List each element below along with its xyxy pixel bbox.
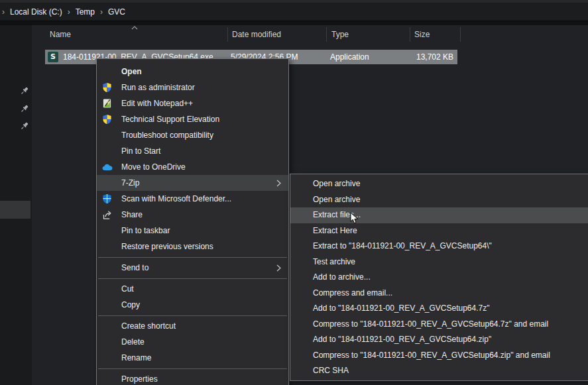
menu-item-cut[interactable]: Cut	[97, 281, 288, 297]
sort-ascending-icon	[131, 26, 138, 30]
7zip-submenu: Open archive Open archive Extract files.…	[290, 174, 588, 381]
menu-separator	[98, 368, 287, 369]
column-headers: Name Date modified Type Size	[32, 25, 588, 44]
column-header-size[interactable]: Size	[414, 30, 430, 39]
file-explorer-window: › Local Disk (C:) › Temp › GVC Name Date…	[0, 0, 588, 385]
uac-shield-icon	[102, 82, 121, 93]
menu-item-scan-with-microsoft-defender[interactable]: Scan with Microsoft Defender...	[97, 191, 288, 207]
breadcrumb-drive[interactable]: Local Disk (C:)	[10, 7, 62, 17]
menu-item-edit-with-notepad-plus-plus[interactable]: Edit with Notepad++	[97, 95, 288, 111]
menu-item-7-zip[interactable]: 7-Zip	[97, 175, 288, 191]
file-type: Application	[330, 52, 369, 62]
notepad-plus-plus-icon	[102, 98, 121, 109]
breadcrumb-folder-gvc[interactable]: GVC	[108, 7, 125, 17]
menu-item-send-to[interactable]: Send to	[97, 260, 288, 276]
menu-item-pin-to-taskbar[interactable]: Pin to taskbar	[97, 223, 288, 239]
breadcrumb: › Local Disk (C:) › Temp › GVC	[0, 3, 588, 21]
submenu-item-open-archive[interactable]: Open archive	[290, 176, 588, 192]
menu-separator	[98, 315, 287, 316]
menu-separator	[98, 278, 287, 279]
submenu-item-compress-to-7z-and-email[interactable]: Compress to "184-011921-00_REV_A_GVCSetu…	[290, 317, 588, 333]
menu-item-share[interactable]: Share	[97, 207, 288, 223]
submenu-item-add-to-zip[interactable]: Add to "184-011921-00_REV_A_GVCSetup64.z…	[290, 332, 588, 348]
submenu-item-add-to-archive[interactable]: Add to archive...	[290, 270, 588, 286]
submenu-arrow-icon	[276, 180, 281, 187]
submenu-arrow-icon	[276, 264, 281, 272]
menu-item-technical-support-elevation[interactable]: Technical Support Elevation	[97, 111, 288, 127]
defender-shield-icon	[102, 193, 121, 204]
column-header-date-modified[interactable]: Date modified	[232, 30, 281, 39]
share-icon	[102, 209, 121, 220]
context-menu: Open Run as administrator Edit with Note…	[96, 58, 289, 385]
submenu-item-extract-to-folder[interactable]: Extract to "184-011921-00_REV_A_GVCSetup…	[290, 239, 588, 254]
column-divider[interactable]	[410, 27, 410, 42]
menu-item-move-to-onedrive[interactable]: Move to OneDrive	[97, 159, 288, 175]
column-divider[interactable]	[460, 27, 461, 42]
mouse-cursor	[350, 212, 359, 225]
submenu-item-compress-to-zip-and-email[interactable]: Compress to "184-011921-00_REV_A_GVCSetu…	[290, 348, 588, 364]
onedrive-cloud-icon	[102, 164, 121, 171]
pushpin-icon[interactable]	[20, 121, 29, 131]
installer-exe-icon: S	[48, 52, 58, 62]
column-header-type[interactable]: Type	[331, 30, 349, 39]
submenu-item-crc-sha[interactable]: CRC SHA	[290, 363, 588, 379]
uac-shield-icon	[102, 114, 121, 125]
menu-item-create-shortcut[interactable]: Create shortcut	[97, 318, 288, 334]
menu-item-open[interactable]: Open	[97, 64, 288, 80]
column-divider[interactable]	[326, 27, 327, 42]
menu-item-run-as-administrator[interactable]: Run as administrator	[97, 80, 288, 95]
submenu-item-open-archive-2[interactable]: Open archive	[290, 192, 588, 208]
navpane-selected-item[interactable]	[0, 201, 30, 219]
pushpin-icon[interactable]	[20, 104, 29, 113]
column-divider[interactable]	[227, 27, 228, 42]
menu-item-copy[interactable]: Copy	[97, 297, 288, 313]
file-size: 13,702 KB	[416, 52, 453, 62]
menu-item-pin-to-start[interactable]: Pin to Start	[97, 143, 288, 159]
submenu-item-extract-here[interactable]: Extract Here	[290, 223, 588, 239]
submenu-item-extract-files[interactable]: Extract files...	[290, 207, 588, 223]
menu-item-troubleshoot-compatibility[interactable]: Troubleshoot compatibility	[97, 127, 288, 143]
breadcrumb-folder-temp[interactable]: Temp	[76, 7, 95, 17]
menu-item-properties[interactable]: Properties	[97, 371, 288, 385]
menu-item-restore-previous-versions[interactable]: Restore previous versions	[97, 239, 288, 254]
submenu-item-test-archive[interactable]: Test archive	[290, 254, 588, 270]
chevron-right-icon: ›	[2, 7, 5, 17]
submenu-item-add-to-7z[interactable]: Add to "184-011921-00_REV_A_GVCSetup64.7…	[290, 301, 588, 317]
menu-item-rename[interactable]: Rename	[97, 350, 288, 366]
menu-separator	[98, 257, 287, 258]
submenu-item-compress-and-email[interactable]: Compress and email...	[290, 286, 588, 302]
pushpin-icon[interactable]	[20, 86, 29, 95]
chevron-right-icon: ›	[68, 7, 70, 17]
column-header-name[interactable]: Name	[50, 30, 71, 39]
chevron-right-icon: ›	[100, 7, 103, 17]
menu-item-delete[interactable]: Delete	[97, 334, 288, 350]
